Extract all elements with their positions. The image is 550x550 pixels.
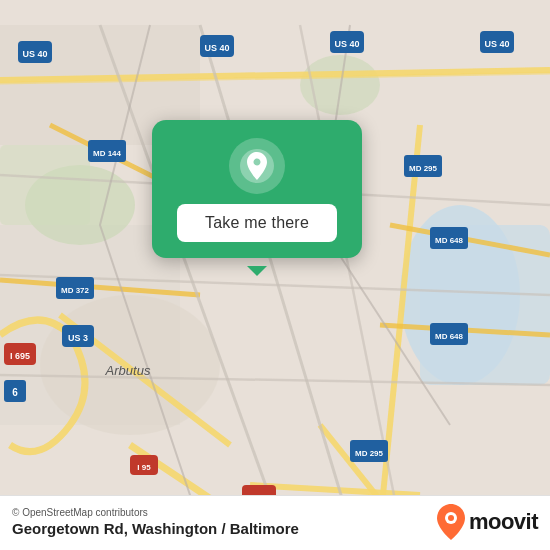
location-title: Georgetown Rd, Washington / Baltimore <box>12 520 299 537</box>
svg-text:US 40: US 40 <box>334 39 359 49</box>
svg-text:US 40: US 40 <box>204 43 229 53</box>
svg-text:US 40: US 40 <box>22 49 47 59</box>
svg-text:MD 144: MD 144 <box>93 149 122 158</box>
svg-point-43 <box>448 515 454 521</box>
location-icon-wrapper <box>229 138 285 194</box>
svg-text:MD 295: MD 295 <box>355 449 384 458</box>
bottom-bar: © OpenStreetMap contributors Georgetown … <box>0 495 550 550</box>
moovit-logo: moovit <box>437 504 538 540</box>
svg-text:Arbutus: Arbutus <box>105 363 151 378</box>
moovit-pin-icon <box>437 504 465 540</box>
svg-text:US 3: US 3 <box>68 333 88 343</box>
svg-text:6: 6 <box>12 387 18 398</box>
take-me-there-button[interactable]: Take me there <box>177 204 337 242</box>
svg-text:MD 648: MD 648 <box>435 332 464 341</box>
svg-text:MD 648: MD 648 <box>435 236 464 245</box>
svg-text:US 40: US 40 <box>484 39 509 49</box>
map-background: US 40 US 40 US 40 US 40 MD 144 MD 144 MD… <box>0 0 550 550</box>
bottom-left: © OpenStreetMap contributors Georgetown … <box>12 507 299 537</box>
svg-text:MD 372: MD 372 <box>61 286 90 295</box>
svg-rect-8 <box>0 145 90 225</box>
osm-attribution: © OpenStreetMap contributors <box>12 507 299 518</box>
location-pin-icon <box>246 152 268 180</box>
location-icon-inner <box>240 149 274 183</box>
map-container: US 40 US 40 US 40 US 40 MD 144 MD 144 MD… <box>0 0 550 550</box>
svg-text:I 695: I 695 <box>10 351 30 361</box>
moovit-brand-text: moovit <box>469 509 538 535</box>
popup-card: Take me there <box>152 120 362 258</box>
svg-text:MD 295: MD 295 <box>409 164 438 173</box>
svg-text:I 95: I 95 <box>137 463 151 472</box>
